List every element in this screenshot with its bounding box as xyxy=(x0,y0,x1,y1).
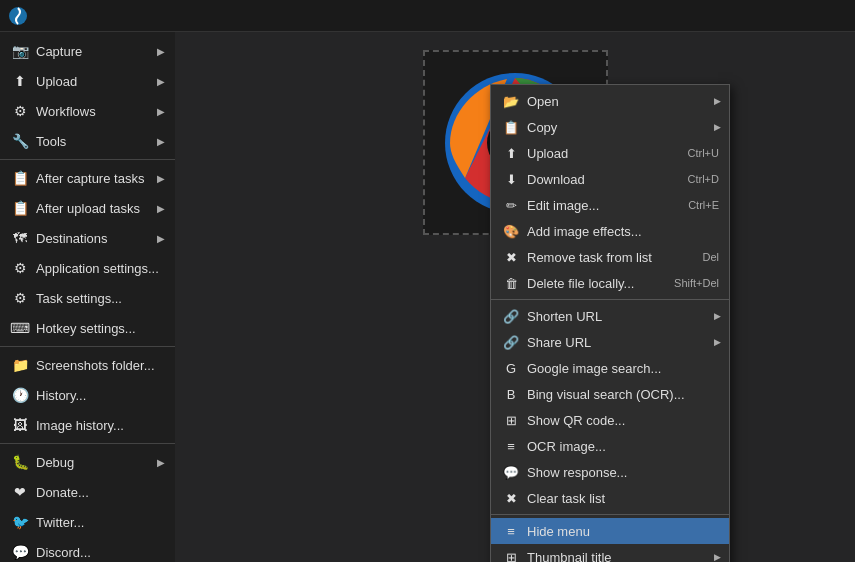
sidebar-item-upload[interactable]: ⬆Upload▶ xyxy=(0,66,175,96)
sidebar-item-after-upload[interactable]: 📋After upload tasks▶ xyxy=(0,193,175,223)
sidebar-icon-debug: 🐛 xyxy=(10,452,30,472)
sidebar-icon-discord: 💬 xyxy=(10,542,30,562)
sidebar-icon-capture: 📷 xyxy=(10,41,30,61)
ctx-label-remove-task: Remove task from list xyxy=(527,250,692,265)
sidebar-icon-screenshots-folder: 📁 xyxy=(10,355,30,375)
sidebar-item-destinations[interactable]: 🗺Destinations▶ xyxy=(0,223,175,253)
ctx-icon-copy: 📋 xyxy=(501,118,521,136)
sidebar-label-history: History... xyxy=(36,388,165,403)
sidebar-label-donate: Donate... xyxy=(36,485,165,500)
sidebar-item-task-settings[interactable]: ⚙Task settings... xyxy=(0,283,175,313)
sidebar-label-hotkey-settings: Hotkey settings... xyxy=(36,321,165,336)
ctx-item-upload[interactable]: ⬆UploadCtrl+U xyxy=(491,140,729,166)
sidebar-icon-app-settings: ⚙ xyxy=(10,258,30,278)
submenu-arrow-icon: ▶ xyxy=(157,457,165,468)
ctx-label-hide-menu: Hide menu xyxy=(527,524,719,539)
ctx-label-show-qr: Show QR code... xyxy=(527,413,719,428)
ctx-shortcut-upload: Ctrl+U xyxy=(688,147,719,159)
ctx-label-google-search: Google image search... xyxy=(527,361,719,376)
ctx-item-clear-task[interactable]: ✖Clear task list xyxy=(491,485,729,511)
ctx-icon-shorten-url: 🔗 xyxy=(501,307,521,325)
sidebar-item-image-history[interactable]: 🖼Image history... xyxy=(0,410,175,440)
submenu-arrow-icon: ▶ xyxy=(157,76,165,87)
sidebar-label-debug: Debug xyxy=(36,455,157,470)
ctx-item-show-qr[interactable]: ⊞Show QR code... xyxy=(491,407,729,433)
ctx-icon-google-search: G xyxy=(501,359,521,377)
ctx-label-download: Download xyxy=(527,172,678,187)
ctx-item-share-url[interactable]: 🔗Share URL xyxy=(491,329,729,355)
sidebar: 📷Capture▶⬆Upload▶⚙Workflows▶🔧Tools▶📋Afte… xyxy=(0,32,175,562)
sidebar-icon-task-settings: ⚙ xyxy=(10,288,30,308)
sidebar-icon-hotkey-settings: ⌨ xyxy=(10,318,30,338)
ctx-label-open: Open xyxy=(527,94,719,109)
ctx-item-show-response[interactable]: 💬Show response... xyxy=(491,459,729,485)
sidebar-item-screenshots-folder[interactable]: 📁Screenshots folder... xyxy=(0,350,175,380)
ctx-label-shorten-url: Shorten URL xyxy=(527,309,719,324)
ctx-label-upload: Upload xyxy=(527,146,678,161)
ctx-icon-bing-search: B xyxy=(501,385,521,403)
sidebar-icon-history: 🕐 xyxy=(10,385,30,405)
submenu-arrow-icon: ▶ xyxy=(157,46,165,57)
submenu-arrow-icon: ▶ xyxy=(157,106,165,117)
ctx-label-share-url: Share URL xyxy=(527,335,719,350)
ctx-icon-hide-menu: ≡ xyxy=(501,522,521,540)
sidebar-separator xyxy=(0,346,175,347)
ctx-item-shorten-url[interactable]: 🔗Shorten URL xyxy=(491,303,729,329)
sidebar-label-app-settings: Application settings... xyxy=(36,261,165,276)
ctx-item-thumbnail-title[interactable]: ⊞Thumbnail title xyxy=(491,544,729,562)
sidebar-item-twitter[interactable]: 🐦Twitter... xyxy=(0,507,175,537)
sidebar-item-workflows[interactable]: ⚙Workflows▶ xyxy=(0,96,175,126)
sidebar-label-after-capture: After capture tasks xyxy=(36,171,157,186)
ctx-item-copy[interactable]: 📋Copy xyxy=(491,114,729,140)
ctx-icon-share-url: 🔗 xyxy=(501,333,521,351)
sidebar-label-after-upload: After upload tasks xyxy=(36,201,157,216)
ctx-item-bing-search[interactable]: BBing visual search (OCR)... xyxy=(491,381,729,407)
sidebar-icon-donate: ❤ xyxy=(10,482,30,502)
maximize-button[interactable] xyxy=(751,0,797,32)
sidebar-separator xyxy=(0,443,175,444)
sidebar-item-app-settings[interactable]: ⚙Application settings... xyxy=(0,253,175,283)
ctx-shortcut-delete-file: Shift+Del xyxy=(674,277,719,289)
ctx-shortcut-edit-image: Ctrl+E xyxy=(688,199,719,211)
sidebar-item-hotkey-settings[interactable]: ⌨Hotkey settings... xyxy=(0,313,175,343)
close-button[interactable] xyxy=(801,0,847,32)
ctx-item-edit-image[interactable]: ✏Edit image...Ctrl+E xyxy=(491,192,729,218)
ctx-label-bing-search: Bing visual search (OCR)... xyxy=(527,387,719,402)
minimize-button[interactable] xyxy=(701,0,747,32)
ctx-item-add-image-effects[interactable]: 🎨Add image effects... xyxy=(491,218,729,244)
ctx-item-hide-menu[interactable]: ≡Hide menu xyxy=(491,518,729,544)
ctx-icon-ocr-image: ≡ xyxy=(501,437,521,455)
sidebar-label-screenshots-folder: Screenshots folder... xyxy=(36,358,165,373)
ctx-icon-remove-task: ✖ xyxy=(501,248,521,266)
content-area: 📂Open📋Copy⬆UploadCtrl+U⬇DownloadCtrl+D✏E… xyxy=(175,32,855,562)
sidebar-item-debug[interactable]: 🐛Debug▶ xyxy=(0,447,175,477)
sidebar-separator xyxy=(0,159,175,160)
ctx-item-open[interactable]: 📂Open xyxy=(491,88,729,114)
ctx-label-ocr-image: OCR image... xyxy=(527,439,719,454)
context-separator xyxy=(491,299,729,300)
context-separator xyxy=(491,514,729,515)
titlebar xyxy=(0,0,855,32)
sidebar-label-upload: Upload xyxy=(36,74,157,89)
sidebar-item-donate[interactable]: ❤Donate... xyxy=(0,477,175,507)
ctx-icon-thumbnail-title: ⊞ xyxy=(501,548,521,562)
sidebar-item-after-capture[interactable]: 📋After capture tasks▶ xyxy=(0,163,175,193)
ctx-item-download[interactable]: ⬇DownloadCtrl+D xyxy=(491,166,729,192)
ctx-label-show-response: Show response... xyxy=(527,465,719,480)
ctx-label-copy: Copy xyxy=(527,120,719,135)
sidebar-item-history[interactable]: 🕐History... xyxy=(0,380,175,410)
ctx-icon-open: 📂 xyxy=(501,92,521,110)
ctx-item-remove-task[interactable]: ✖Remove task from listDel xyxy=(491,244,729,270)
ctx-icon-clear-task: ✖ xyxy=(501,489,521,507)
sidebar-icon-after-capture: 📋 xyxy=(10,168,30,188)
ctx-item-delete-file[interactable]: 🗑Delete file locally...Shift+Del xyxy=(491,270,729,296)
ctx-icon-download: ⬇ xyxy=(501,170,521,188)
sidebar-item-capture[interactable]: 📷Capture▶ xyxy=(0,36,175,66)
ctx-item-ocr-image[interactable]: ≡OCR image... xyxy=(491,433,729,459)
ctx-label-add-image-effects: Add image effects... xyxy=(527,224,719,239)
sidebar-item-discord[interactable]: 💬Discord... xyxy=(0,537,175,562)
sidebar-icon-twitter: 🐦 xyxy=(10,512,30,532)
ctx-icon-show-response: 💬 xyxy=(501,463,521,481)
ctx-item-google-search[interactable]: GGoogle image search... xyxy=(491,355,729,381)
sidebar-item-tools[interactable]: 🔧Tools▶ xyxy=(0,126,175,156)
